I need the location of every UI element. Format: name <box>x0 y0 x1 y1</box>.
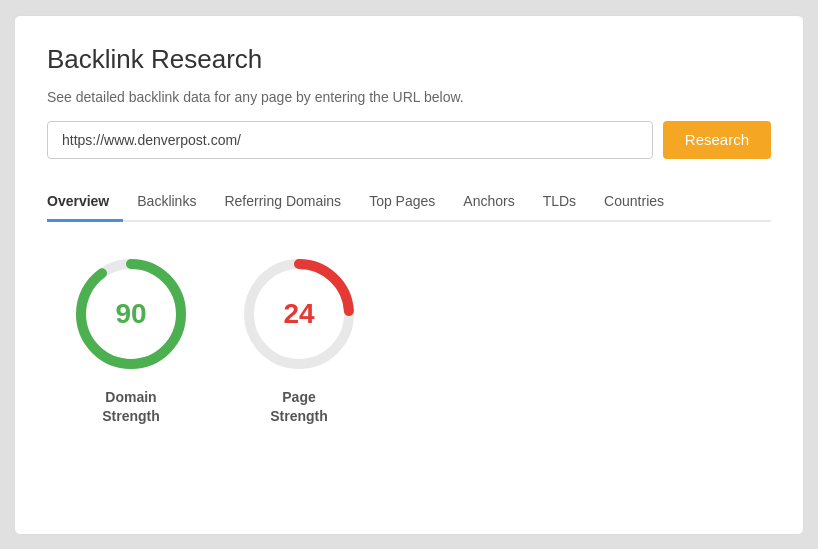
metric-domain-strength: 90DomainStrength <box>71 254 191 427</box>
page-strength-value: 24 <box>283 298 314 330</box>
tab-tlds[interactable]: TLDs <box>529 183 590 222</box>
subtitle-text: See detailed backlink data for any page … <box>47 89 771 105</box>
tabs-nav: OverviewBacklinksReferring DomainsTop Pa… <box>47 183 771 222</box>
search-row: Research <box>47 121 771 159</box>
domain-strength-label: DomainStrength <box>102 388 160 427</box>
tab-countries[interactable]: Countries <box>590 183 678 222</box>
metrics-row: 90DomainStrength24PageStrength <box>47 254 771 427</box>
page-title: Backlink Research <box>47 44 771 75</box>
tab-referring-domains[interactable]: Referring Domains <box>210 183 355 222</box>
main-card: Backlink Research See detailed backlink … <box>14 15 804 535</box>
tab-backlinks[interactable]: Backlinks <box>123 183 210 222</box>
domain-strength-value: 90 <box>115 298 146 330</box>
tab-top-pages[interactable]: Top Pages <box>355 183 449 222</box>
url-input[interactable] <box>47 121 653 159</box>
research-button[interactable]: Research <box>663 121 771 159</box>
tab-overview[interactable]: Overview <box>47 183 123 222</box>
metric-page-strength: 24PageStrength <box>239 254 359 427</box>
tab-anchors[interactable]: Anchors <box>449 183 528 222</box>
page-strength-label: PageStrength <box>270 388 328 427</box>
